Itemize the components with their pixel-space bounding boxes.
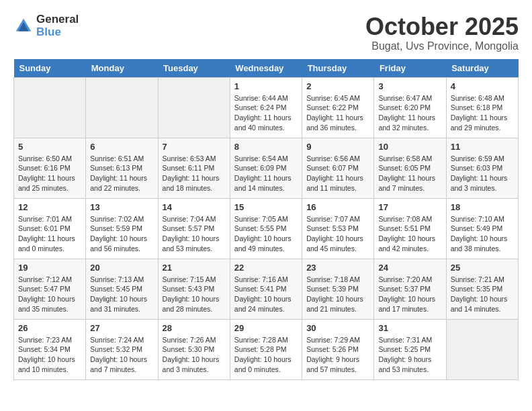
day-info: Sunrise: 6:53 AM Sunset: 6:11 PM Dayligh… — [163, 154, 226, 193]
day-number: 22 — [234, 263, 298, 273]
calendar-cell — [86, 77, 158, 138]
calendar-cell: 29Sunrise: 7:28 AM Sunset: 5:28 PM Dayli… — [230, 319, 302, 379]
day-info: Sunrise: 7:08 AM Sunset: 5:51 PM Dayligh… — [378, 214, 441, 254]
day-number: 6 — [90, 142, 153, 152]
day-info: Sunrise: 7:26 AM Sunset: 5:30 PM Dayligh… — [163, 335, 226, 375]
day-number: 5 — [18, 142, 81, 152]
calendar-cell: 7Sunrise: 6:53 AM Sunset: 6:11 PM Daylig… — [158, 138, 230, 198]
day-number: 8 — [234, 142, 298, 152]
day-info: Sunrise: 7:18 AM Sunset: 5:39 PM Dayligh… — [306, 275, 369, 314]
header-day-thursday: Thursday — [302, 59, 374, 78]
day-info: Sunrise: 7:15 AM Sunset: 5:43 PM Dayligh… — [163, 275, 226, 314]
day-info: Sunrise: 7:05 AM Sunset: 5:55 PM Dayligh… — [234, 214, 298, 254]
day-number: 23 — [306, 263, 369, 273]
calendar-cell: 16Sunrise: 7:07 AM Sunset: 5:53 PM Dayli… — [302, 198, 374, 259]
day-number: 14 — [163, 202, 226, 212]
day-number: 11 — [451, 142, 514, 152]
day-info: Sunrise: 7:10 AM Sunset: 5:49 PM Dayligh… — [451, 214, 514, 254]
header-day-wednesday: Wednesday — [230, 59, 302, 78]
month-title: October 2025 — [365, 13, 519, 40]
calendar-cell: 14Sunrise: 7:04 AM Sunset: 5:57 PM Dayli… — [158, 198, 230, 259]
title-block: October 2025 Bugat, Uvs Province, Mongol… — [365, 13, 519, 52]
calendar-cell: 27Sunrise: 7:24 AM Sunset: 5:32 PM Dayli… — [86, 319, 158, 379]
calendar-cell: 25Sunrise: 7:21 AM Sunset: 5:35 PM Dayli… — [446, 259, 518, 319]
day-info: Sunrise: 7:12 AM Sunset: 5:47 PM Dayligh… — [18, 275, 81, 314]
calendar-cell: 13Sunrise: 7:02 AM Sunset: 5:59 PM Dayli… — [86, 198, 158, 259]
day-number: 24 — [378, 263, 441, 273]
calendar-cell: 9Sunrise: 6:56 AM Sunset: 6:07 PM Daylig… — [302, 138, 374, 198]
day-info: Sunrise: 7:13 AM Sunset: 5:45 PM Dayligh… — [90, 275, 153, 314]
day-number: 20 — [90, 263, 153, 273]
header-day-tuesday: Tuesday — [158, 59, 230, 78]
day-number: 16 — [306, 202, 369, 212]
day-info: Sunrise: 7:31 AM Sunset: 5:25 PM Dayligh… — [378, 335, 441, 375]
calendar-cell: 6Sunrise: 6:51 AM Sunset: 6:13 PM Daylig… — [86, 138, 158, 198]
week-row-1: 1Sunrise: 6:44 AM Sunset: 6:24 PM Daylig… — [14, 77, 519, 138]
day-info: Sunrise: 7:29 AM Sunset: 5:26 PM Dayligh… — [306, 335, 369, 375]
day-info: Sunrise: 7:07 AM Sunset: 5:53 PM Dayligh… — [306, 214, 369, 254]
location-title: Bugat, Uvs Province, Mongolia — [365, 40, 519, 52]
calendar-cell: 3Sunrise: 6:47 AM Sunset: 6:20 PM Daylig… — [374, 77, 446, 138]
day-number: 13 — [90, 202, 153, 212]
calendar-cell: 19Sunrise: 7:12 AM Sunset: 5:47 PM Dayli… — [14, 259, 86, 319]
day-number: 26 — [18, 323, 81, 333]
header-day-saturday: Saturday — [446, 59, 518, 78]
day-number: 21 — [163, 263, 226, 273]
day-number: 28 — [163, 323, 226, 333]
day-info: Sunrise: 7:28 AM Sunset: 5:28 PM Dayligh… — [234, 335, 298, 375]
header-day-sunday: Sunday — [14, 59, 86, 78]
day-info: Sunrise: 6:51 AM Sunset: 6:13 PM Dayligh… — [90, 154, 153, 193]
day-info: Sunrise: 6:45 AM Sunset: 6:22 PM Dayligh… — [306, 93, 369, 133]
day-number: 10 — [378, 142, 441, 152]
day-info: Sunrise: 6:48 AM Sunset: 6:18 PM Dayligh… — [451, 93, 514, 133]
logo-general-text: General — [36, 13, 79, 26]
day-info: Sunrise: 6:58 AM Sunset: 6:05 PM Dayligh… — [378, 154, 441, 193]
calendar-cell: 31Sunrise: 7:31 AM Sunset: 5:25 PM Dayli… — [374, 319, 446, 379]
week-row-5: 26Sunrise: 7:23 AM Sunset: 5:34 PM Dayli… — [14, 319, 519, 379]
day-number: 2 — [306, 81, 369, 91]
calendar-cell: 23Sunrise: 7:18 AM Sunset: 5:39 PM Dayli… — [302, 259, 374, 319]
day-info: Sunrise: 7:01 AM Sunset: 6:01 PM Dayligh… — [18, 214, 81, 254]
day-info: Sunrise: 6:56 AM Sunset: 6:07 PM Dayligh… — [306, 154, 369, 193]
calendar-cell: 20Sunrise: 7:13 AM Sunset: 5:45 PM Dayli… — [86, 259, 158, 319]
day-info: Sunrise: 7:16 AM Sunset: 5:41 PM Dayligh… — [234, 275, 298, 314]
day-info: Sunrise: 7:04 AM Sunset: 5:57 PM Dayligh… — [163, 214, 226, 254]
logo-blue-text: Blue — [36, 26, 79, 39]
calendar-cell: 8Sunrise: 6:54 AM Sunset: 6:09 PM Daylig… — [230, 138, 302, 198]
day-info: Sunrise: 6:50 AM Sunset: 6:16 PM Dayligh… — [18, 154, 81, 193]
day-number: 7 — [163, 142, 226, 152]
calendar-cell: 11Sunrise: 6:59 AM Sunset: 6:03 PM Dayli… — [446, 138, 518, 198]
calendar-cell: 1Sunrise: 6:44 AM Sunset: 6:24 PM Daylig… — [230, 77, 302, 138]
calendar-cell: 26Sunrise: 7:23 AM Sunset: 5:34 PM Dayli… — [14, 319, 86, 379]
day-info: Sunrise: 7:02 AM Sunset: 5:59 PM Dayligh… — [90, 214, 153, 254]
page-header: General Blue October 2025 Bugat, Uvs Pro… — [13, 13, 519, 52]
calendar-cell: 12Sunrise: 7:01 AM Sunset: 6:01 PM Dayli… — [14, 198, 86, 259]
calendar-cell — [158, 77, 230, 138]
calendar-table: SundayMondayTuesdayWednesdayThursdayFrid… — [13, 59, 519, 380]
day-info: Sunrise: 6:59 AM Sunset: 6:03 PM Dayligh… — [451, 154, 514, 193]
day-info: Sunrise: 7:20 AM Sunset: 5:37 PM Dayligh… — [378, 275, 441, 314]
day-number: 19 — [18, 263, 81, 273]
day-info: Sunrise: 7:24 AM Sunset: 5:32 PM Dayligh… — [90, 335, 153, 375]
calendar-cell: 30Sunrise: 7:29 AM Sunset: 5:26 PM Dayli… — [302, 319, 374, 379]
day-number: 1 — [234, 81, 298, 91]
calendar-cell: 22Sunrise: 7:16 AM Sunset: 5:41 PM Dayli… — [230, 259, 302, 319]
day-number: 27 — [90, 323, 153, 333]
day-info: Sunrise: 7:21 AM Sunset: 5:35 PM Dayligh… — [451, 275, 514, 314]
day-number: 18 — [451, 202, 514, 212]
day-number: 17 — [378, 202, 441, 212]
day-number: 9 — [306, 142, 369, 152]
day-info: Sunrise: 6:54 AM Sunset: 6:09 PM Dayligh… — [234, 154, 298, 193]
day-number: 12 — [18, 202, 81, 212]
day-info: Sunrise: 6:44 AM Sunset: 6:24 PM Dayligh… — [234, 93, 298, 133]
day-number: 31 — [378, 323, 441, 333]
calendar-cell: 21Sunrise: 7:15 AM Sunset: 5:43 PM Dayli… — [158, 259, 230, 319]
week-row-3: 12Sunrise: 7:01 AM Sunset: 6:01 PM Dayli… — [14, 198, 519, 259]
day-info: Sunrise: 6:47 AM Sunset: 6:20 PM Dayligh… — [378, 93, 441, 133]
calendar-cell — [14, 77, 86, 138]
calendar-cell: 10Sunrise: 6:58 AM Sunset: 6:05 PM Dayli… — [374, 138, 446, 198]
calendar-cell: 24Sunrise: 7:20 AM Sunset: 5:37 PM Dayli… — [374, 259, 446, 319]
calendar-cell: 2Sunrise: 6:45 AM Sunset: 6:22 PM Daylig… — [302, 77, 374, 138]
day-number: 29 — [234, 323, 298, 333]
header-day-monday: Monday — [86, 59, 158, 78]
